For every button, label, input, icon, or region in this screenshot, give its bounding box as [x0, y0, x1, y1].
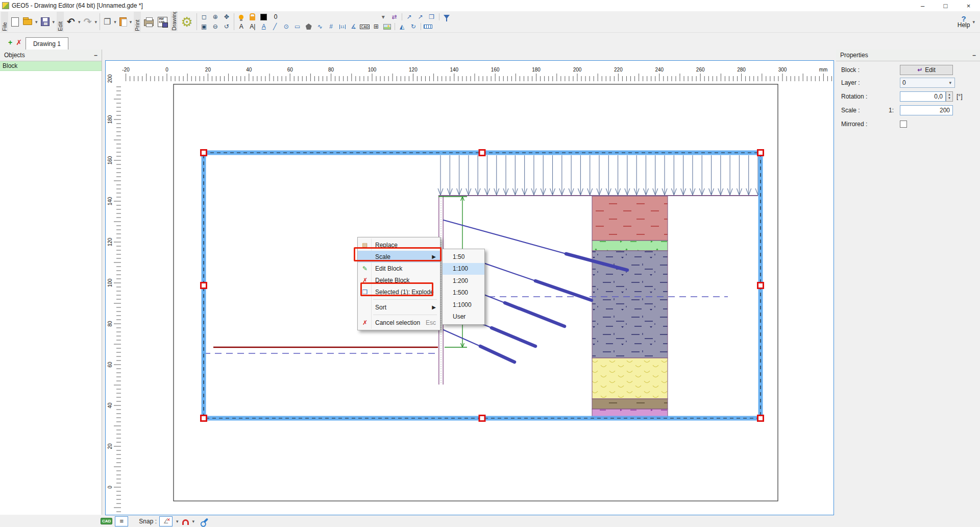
object-list-item-block[interactable]: Block: [0, 61, 102, 71]
rotation-input[interactable]: 0,0: [900, 91, 946, 102]
menu-item-scale[interactable]: Scale▶: [358, 251, 440, 262]
close-button[interactable]: ×: [957, 0, 980, 11]
block-edit-button[interactable]: ↵ Edit: [900, 65, 953, 75]
menu-item-selected-1-explode[interactable]: ❒Selected (1): Explode: [358, 286, 440, 298]
menu-item-replace[interactable]: ▤Replace: [358, 239, 440, 251]
redo-button[interactable]: ↷: [82, 11, 94, 32]
unlock-icon[interactable]: [247, 14, 258, 20]
rotation-label: Rotation :: [836, 93, 867, 100]
magnet-dropdown-caret[interactable]: ▾: [191, 519, 196, 524]
layer-select[interactable]: 0 ▾: [900, 78, 955, 88]
submenu-item-1-1000[interactable]: 1:1000: [443, 299, 484, 311]
new-file-button[interactable]: [9, 11, 21, 32]
zoom-out-icon[interactable]: ⊖: [210, 22, 221, 32]
svg-text:80: 80: [328, 67, 334, 73]
block-edit-label: Edit: [925, 66, 936, 74]
table-icon[interactable]: ⊞: [371, 23, 382, 30]
insert-block-icon[interactable]: ⇄: [389, 13, 400, 20]
save-dropdown-caret[interactable]: ▾: [52, 19, 56, 25]
dimension-icon[interactable]: 11: [337, 25, 348, 29]
undo-icon: ↶: [67, 16, 75, 28]
status-bar: CAD ≡ Snap : ∠ ✕ ▾ ▾: [0, 515, 980, 527]
snap-mode-button[interactable]: ∠ ✕: [159, 516, 173, 526]
magnet-snap-button[interactable]: [182, 518, 189, 525]
explode-3d-icon[interactable]: ❒: [426, 13, 437, 20]
circle-icon[interactable]: ⊙: [281, 23, 292, 30]
scale-copy-icon[interactable]: ↗: [415, 13, 426, 20]
open-file-button[interactable]: [21, 11, 34, 32]
objects-collapse-button[interactable]: –: [94, 52, 97, 59]
draw-order-button[interactable]: ≡: [115, 516, 128, 526]
menu-item-sort[interactable]: Sort▶: [358, 301, 440, 313]
line-icon[interactable]: ╱: [270, 23, 281, 30]
copy-dropdown-caret[interactable]: ▾: [113, 19, 117, 25]
cad-mode-toggle[interactable]: CAD: [101, 518, 112, 524]
restore-button[interactable]: □: [934, 0, 957, 11]
snap-settings-button[interactable]: [201, 520, 209, 522]
leader-icon[interactable]: A: [258, 23, 270, 30]
submenu-item-user[interactable]: User: [443, 311, 484, 323]
copy-button[interactable]: ❐: [102, 11, 113, 32]
submenu-item-1-500[interactable]: 1:500: [443, 287, 484, 299]
zoom-in-icon[interactable]: ⊕: [210, 12, 221, 22]
rotation-unit: [°]: [957, 91, 962, 102]
spline-icon[interactable]: ∿: [314, 23, 326, 30]
angle-dimension-icon[interactable]: ∡: [348, 23, 359, 30]
zoom-window-icon[interactable]: ◻: [199, 12, 210, 22]
add-tab-button[interactable]: +: [8, 38, 12, 46]
mirrored-checkbox[interactable]: [900, 121, 907, 128]
rectangle-icon[interactable]: ▭: [292, 23, 303, 30]
properties-panel-title: Properties: [840, 52, 868, 59]
submenu-item-1-100[interactable]: 1:100: [443, 263, 484, 275]
undo-button[interactable]: ↶: [65, 11, 77, 32]
cad-import-icon[interactable]: CAD: [359, 25, 371, 29]
paste-dropdown-caret[interactable]: ▾: [129, 19, 133, 25]
svg-text:100: 100: [368, 67, 377, 73]
measure-icon[interactable]: [423, 25, 434, 29]
menu-item-edit-block[interactable]: ✎Edit Block: [358, 262, 440, 274]
minimize-button[interactable]: –: [911, 0, 934, 11]
menu-item-cancel-selection[interactable]: ✗Cancel selectionEsc: [358, 317, 440, 328]
svg-text:160: 160: [107, 156, 113, 164]
text-cursor-icon[interactable]: A|: [247, 23, 258, 30]
text-icon[interactable]: A: [236, 23, 247, 30]
visibility-icon[interactable]: [236, 15, 247, 19]
replace-icon: ▤: [360, 242, 370, 249]
print-button[interactable]: [142, 11, 156, 32]
svg-text:120: 120: [409, 67, 418, 73]
open-folder-icon: [23, 19, 32, 25]
zoom-previous-icon[interactable]: ↺: [221, 22, 232, 32]
snap-dropdown-caret[interactable]: ▾: [175, 519, 180, 524]
hatch-icon[interactable]: #: [326, 23, 337, 30]
scale-objects-icon[interactable]: ↗: [404, 13, 415, 20]
undo-dropdown-caret[interactable]: ▾: [77, 19, 82, 25]
rotation-spinner[interactable]: ▲▼: [946, 91, 953, 102]
help-block[interactable]: ? Help ▾: [958, 11, 976, 32]
pdf-cad-export-button[interactable]: PDF CAD: [156, 11, 169, 32]
settings-button[interactable]: ⚙: [179, 11, 194, 32]
scale-input[interactable]: 200: [900, 105, 953, 115]
pan-icon[interactable]: ✥: [221, 12, 232, 22]
submenu-item-1-50[interactable]: 1:50: [443, 251, 484, 263]
image-icon[interactable]: [382, 24, 393, 30]
polygon-icon[interactable]: [303, 23, 314, 30]
svg-text:220: 220: [614, 67, 623, 73]
open-dropdown-caret[interactable]: ▾: [34, 19, 39, 25]
explode-icon: ❒: [360, 289, 370, 296]
redo-icon: ↷: [84, 16, 92, 28]
save-button[interactable]: [39, 11, 52, 32]
zoom-fit-icon[interactable]: ▣: [199, 22, 210, 32]
help-dropdown-caret[interactable]: ▾: [971, 19, 976, 25]
filter-icon[interactable]: [441, 15, 452, 19]
menu-item-delete-block[interactable]: ✗Delete Block: [358, 274, 440, 286]
mirror-icon[interactable]: ◭: [397, 23, 408, 30]
submenu-item-1-200[interactable]: 1:200: [443, 275, 484, 287]
redo-dropdown-caret[interactable]: ▾: [93, 19, 98, 25]
svg-text:40: 40: [107, 402, 113, 409]
rotate-icon[interactable]: ↻: [408, 23, 419, 30]
submenu-arrow-icon: ▶: [432, 254, 436, 259]
tab-drawing-1[interactable]: Drawing 1: [26, 37, 68, 50]
close-tab-button[interactable]: ✗: [16, 38, 22, 46]
properties-collapse-button[interactable]: –: [972, 52, 976, 59]
paste-button[interactable]: [117, 11, 129, 32]
